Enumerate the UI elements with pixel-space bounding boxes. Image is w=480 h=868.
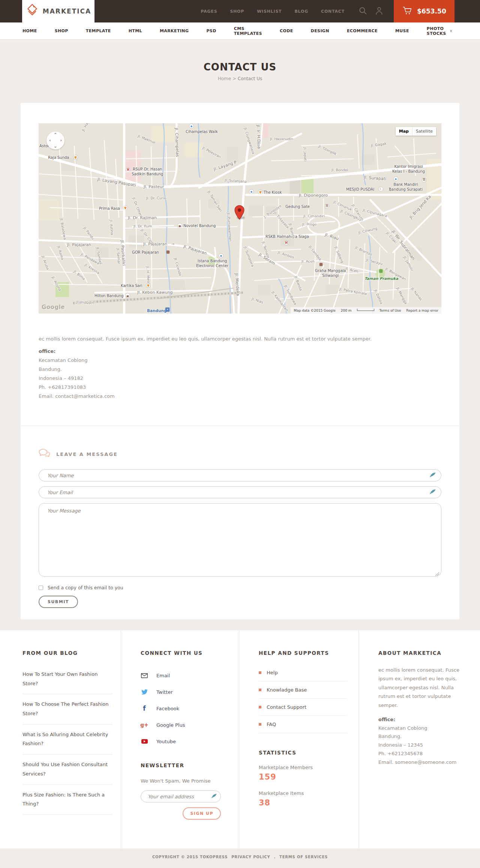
secondary-nav-item-shop[interactable]: SHOP xyxy=(55,28,68,33)
stat-label: Marketplace Members xyxy=(259,765,347,770)
social-link-youtube[interactable]: Youtube xyxy=(141,733,228,750)
pan-left-icon[interactable]: ‹ xyxy=(49,138,51,143)
map-label: Jl. Aceh xyxy=(302,259,315,264)
search-icon[interactable] xyxy=(358,6,368,17)
newsletter-email-input[interactable] xyxy=(141,790,221,802)
office-label: office: xyxy=(39,347,441,356)
bullet-icon xyxy=(259,706,261,708)
terms-of-services-link[interactable]: TERMS OF SERVICES xyxy=(279,855,328,868)
content-card: AstoriaRaja SundaJl. Haji YasinJl. Makmu… xyxy=(21,103,459,619)
logo[interactable]: MARKETICA xyxy=(22,0,94,22)
statistics-heading: STATISTICS xyxy=(259,750,347,756)
blog-post-link[interactable]: What is So Alluring About Celebrity Fash… xyxy=(22,725,112,754)
secondary-nav-item-marketing[interactable]: MARKETING xyxy=(160,28,189,33)
map-poi-icon xyxy=(249,190,254,194)
blog-post-link[interactable]: How To Choose The Perfect Fashion Store? xyxy=(22,694,112,724)
secondary-nav-item-psd[interactable]: PSD xyxy=(206,28,216,33)
send-copy-checkbox[interactable] xyxy=(39,586,43,590)
twitter-icon xyxy=(141,689,148,695)
about-office-line: Email. someone@someone.com xyxy=(378,758,469,767)
pan-up-icon[interactable]: ⌃ xyxy=(54,132,57,137)
map-poi-icon xyxy=(123,206,128,210)
cart-icon xyxy=(402,6,412,17)
google-logo[interactable]: Google xyxy=(42,304,65,311)
social-link-facebook[interactable]: fFacebook xyxy=(141,700,228,717)
map-label: Raja Sunda xyxy=(48,155,69,160)
textarea-resize-grip[interactable] xyxy=(435,572,439,576)
primary-nav-item-blog[interactable]: BLOG xyxy=(294,9,308,14)
blog-post-link[interactable]: Should You Use Fashion Consultant Servic… xyxy=(22,754,112,784)
name-input[interactable] xyxy=(39,469,441,481)
blog-post-link[interactable]: Plus Size Fashion: Is There Such a Thing… xyxy=(22,785,112,815)
more-menu-chevron-icon[interactable]: » xyxy=(449,30,454,33)
main-header: MARKETICA PAGESSHOPWISHLISTBLOGCONTACT $… xyxy=(0,0,480,22)
map-type-satellite-button[interactable]: Satellite xyxy=(412,127,436,136)
primary-nav-item-pages[interactable]: PAGES xyxy=(201,9,217,14)
map-label: Jl. Diponegoro xyxy=(299,193,328,198)
blog-post-link[interactable]: How To Start Your Own Fashion Store? xyxy=(22,664,112,694)
signup-button[interactable]: SIGN UP xyxy=(183,807,221,820)
stat-value: 38 xyxy=(259,798,347,807)
primary-nav-item-wishlist[interactable]: WISHLIST xyxy=(257,9,282,14)
secondary-nav-item-photo-stocks[interactable]: PHOTO STOCKS xyxy=(427,26,450,36)
message-textarea[interactable] xyxy=(39,503,441,577)
cart-button[interactable]: $653.50 xyxy=(394,0,454,22)
map-poi-icon xyxy=(219,254,223,258)
secondary-nav-item-html[interactable]: HTML xyxy=(129,28,142,33)
map-label: Taman Pramuka xyxy=(364,276,398,281)
facebook-icon: f xyxy=(141,705,148,712)
map-label: Kantor Imigrasi Kelas I - Bandung xyxy=(392,164,425,174)
report-map-error-link[interactable]: Report a map error xyxy=(406,309,438,312)
map-label: Cihampelas Walk xyxy=(186,130,218,134)
map-label: Novotel Bandung xyxy=(183,224,216,229)
primary-nav-item-shop[interactable]: SHOP xyxy=(230,9,244,14)
terms-of-use-link[interactable]: Terms of Use xyxy=(380,309,401,312)
google-map[interactable]: AstoriaRaja SundaJl. Haji YasinJl. Makmu… xyxy=(39,123,441,314)
map-pin[interactable] xyxy=(234,205,244,221)
secondary-nav-item-muse[interactable]: MUSE xyxy=(395,28,409,33)
help-link[interactable]: FAQ xyxy=(259,716,347,733)
breadcrumb: Home > Contact Us xyxy=(0,76,480,81)
pan-down-icon[interactable]: ⌄ xyxy=(54,144,57,149)
map-label: Jl. Dr. Rajiman xyxy=(128,215,157,221)
help-link[interactable]: Help xyxy=(259,664,347,681)
secondary-nav-items: HOMESHOPTEMPLATEHTMLMARKETINGPSDCMS TEMP… xyxy=(22,26,450,36)
map-type-map-button[interactable]: Map xyxy=(396,127,412,136)
privacy-policy-link[interactable]: PRIVACY POLICY xyxy=(231,855,270,868)
social-link-twitter[interactable]: Twitter xyxy=(141,684,228,700)
map-pan-control[interactable]: ⌃ ⌄ ‹ › xyxy=(46,131,64,149)
breadcrumb-home-link[interactable]: Home xyxy=(218,76,231,81)
email-input[interactable] xyxy=(39,486,441,498)
map-label: MESJID PUSDAI xyxy=(346,187,374,192)
office-line: Email. contact@marketica.com xyxy=(39,392,441,401)
help-link[interactable]: Contact Support xyxy=(259,699,347,716)
map-label: Graha Manggala Siliwangi xyxy=(315,269,346,278)
secondary-nav-item-code[interactable]: CODE xyxy=(280,28,293,33)
section-divider xyxy=(21,426,459,426)
primary-nav-item-contact[interactable]: CONTACT xyxy=(321,9,345,14)
map-poi-icon xyxy=(166,251,170,254)
user-account-icon[interactable] xyxy=(375,6,383,17)
secondary-nav-item-template[interactable]: TEMPLATE xyxy=(86,28,111,33)
logo-text: MARKETICA xyxy=(43,7,92,15)
map-scale-bar xyxy=(357,309,374,311)
map-poi-icon xyxy=(394,177,398,181)
statistics-list: Marketplace Members159Marketplace Items3… xyxy=(259,765,347,807)
help-link[interactable]: Knowladge Base xyxy=(259,681,347,699)
secondary-nav-item-home[interactable]: HOME xyxy=(22,28,37,33)
breadcrumb-current: Contact Us xyxy=(238,76,262,81)
secondary-nav: HOMESHOPTEMPLATEHTMLMARKETINGPSDCMS TEMP… xyxy=(0,22,480,40)
social-link-email[interactable]: Email xyxy=(141,667,228,684)
stat-label: Marketplace Items xyxy=(259,790,347,796)
social-link-gplus[interactable]: g+Google Plus xyxy=(141,717,228,733)
map-poi-icon xyxy=(74,155,78,159)
footer-about-column: ABOUT MARKETICA ec mollis lorem consequa… xyxy=(358,630,480,849)
secondary-nav-item-cms-templates[interactable]: CMS TEMPLATES xyxy=(234,26,262,36)
help-label: Help xyxy=(267,670,278,675)
secondary-nav-item-design[interactable]: DESIGN xyxy=(311,28,329,33)
pan-right-icon[interactable]: › xyxy=(60,138,62,143)
submit-button[interactable]: SUBMIT xyxy=(39,596,78,608)
about-office-line: Indonesia – 12345 xyxy=(378,741,469,750)
separator-dot: . xyxy=(274,855,276,868)
secondary-nav-item-ecommerce[interactable]: ECOMMERCE xyxy=(347,28,378,33)
